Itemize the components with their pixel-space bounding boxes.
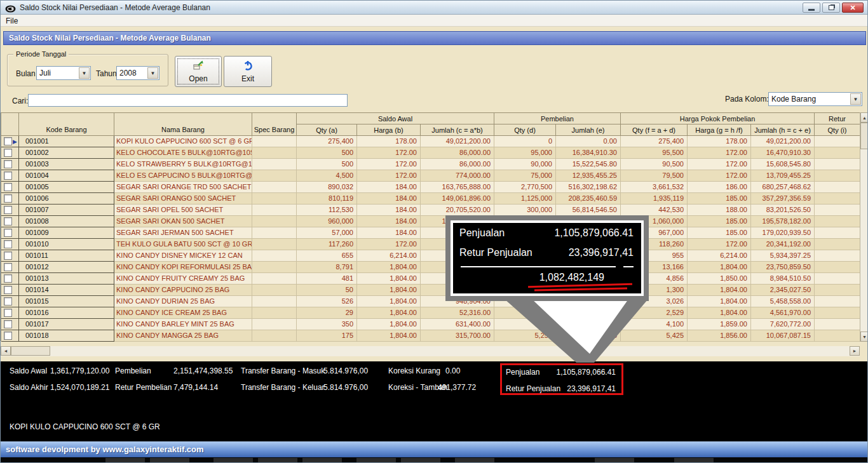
cell-hb[interactable]: 172.00 [357, 170, 421, 182]
cell-qa[interactable]: 117,260 [297, 239, 357, 250]
cell-qa[interactable]: 4,500 [297, 170, 357, 182]
cell-qi[interactable] [815, 239, 860, 250]
cell-hg[interactable]: 178.00 [688, 136, 751, 147]
row-checkbox[interactable] [4, 206, 12, 214]
cell-qd[interactable]: 300,000 [494, 205, 556, 216]
cell-hg[interactable]: 1,859.00 [688, 319, 751, 330]
cell-qi[interactable] [815, 319, 860, 330]
cell-qi[interactable] [815, 193, 860, 205]
cell-nama[interactable]: KINO CANDY ICE CREAM 25 BAG [114, 307, 252, 319]
cell-hb[interactable]: 184.00 [357, 182, 421, 193]
cell-nama[interactable]: TEH KULO GULA BATU 500 SCT @ 10 GR [114, 239, 252, 250]
cell-hg[interactable]: 1,804.00 [688, 307, 751, 319]
cell-nama[interactable]: SEGAR SARI ORANGO 500 SACHET [114, 193, 252, 205]
row-checkbox[interactable] [4, 240, 12, 248]
scroll-right-icon[interactable]: ► [850, 346, 860, 356]
cell-kode[interactable]: 001007 [19, 205, 114, 216]
cell-spec[interactable] [252, 250, 297, 262]
cell-nama[interactable]: KINO CANDY BARLEY MINT 25 BAG [114, 319, 252, 330]
cell-kode[interactable]: 001005 [19, 182, 114, 193]
cell-qi[interactable] [815, 216, 860, 227]
cell-jc[interactable]: 86,000.00 [421, 159, 494, 170]
cell-qa[interactable]: 500 [297, 147, 357, 159]
row-select-cell[interactable] [1, 262, 19, 273]
cell-jh[interactable]: 15,608,545.80 [751, 159, 815, 170]
cell-jh[interactable]: 680,257,468.62 [751, 182, 815, 193]
cell-nama[interactable]: KELO ES CAPPUCINO 5 BULK@10RTG@10SC [114, 170, 252, 182]
cell-qi[interactable] [815, 330, 860, 342]
cell-qa[interactable]: 960,000 [297, 216, 357, 227]
cell-jc[interactable]: 163,765,888.00 [421, 182, 494, 193]
open-button[interactable]: Open [175, 56, 222, 87]
cell-qa[interactable]: 526 [297, 296, 357, 307]
row-select-cell[interactable] [1, 227, 19, 239]
col-header-jc[interactable]: Jumlah (c = a*b) [421, 124, 494, 136]
row-select-cell[interactable] [1, 273, 19, 285]
cell-nama[interactable]: KINO CANDY DISNEY MICKEY 12 CAN [114, 250, 252, 262]
cell-nama[interactable]: SEGAR SARI OPEL 500 SACHET [114, 205, 252, 216]
cell-jh[interactable]: 357,297,356.59 [751, 193, 815, 205]
cell-spec[interactable] [252, 330, 297, 342]
row-select-cell[interactable] [1, 182, 19, 193]
cell-je[interactable]: 9,751,387.15 [556, 330, 621, 342]
row-select-cell[interactable] [1, 319, 19, 330]
col-header-je[interactable]: Jumlah (e) [556, 124, 621, 136]
cell-qi[interactable] [815, 307, 860, 319]
cell-jh[interactable]: 10,067,087.15 [751, 330, 815, 342]
scroll-down-icon[interactable]: ▼ [860, 332, 868, 342]
col-header-hg[interactable]: Harga (g = h /f) [688, 124, 751, 136]
cell-kode[interactable]: 001004 [19, 170, 114, 182]
cell-spec[interactable] [252, 307, 297, 319]
cell-qa[interactable]: 112,530 [297, 205, 357, 216]
cell-jh[interactable]: 8,984,510.50 [751, 273, 815, 285]
cell-spec[interactable] [252, 262, 297, 273]
cell-jc[interactable]: 49,021,200.00 [421, 136, 494, 147]
cell-nama[interactable]: KINO CANDY FRUITY CREAMY 25 BAG [114, 273, 252, 285]
pada-kolom-combobox[interactable]: Kode Barang ▼ [768, 92, 862, 106]
search-input[interactable] [28, 94, 348, 107]
cell-nama[interactable]: SEGAR SARI JERMAN 500 SACHET [114, 227, 252, 239]
row-checkbox[interactable] [4, 297, 12, 305]
cell-hg[interactable]: 185.00 [688, 216, 751, 227]
cell-hg[interactable]: 172.00 [688, 147, 751, 159]
cell-hb[interactable]: 184.00 [357, 193, 421, 205]
cell-hb[interactable]: 184.00 [357, 216, 421, 227]
cell-qa[interactable]: 8,791 [297, 262, 357, 273]
cell-nama[interactable]: SEGAR SARI OKAN 500 SACHET [114, 216, 252, 227]
cell-qa[interactable]: 275,400 [297, 136, 357, 147]
chevron-down-icon[interactable]: ▼ [79, 67, 90, 79]
cell-qf[interactable]: 5,425 [621, 330, 688, 342]
row-select-cell[interactable] [1, 205, 19, 216]
cell-je[interactable]: 4,509,654.00 [556, 307, 621, 319]
cell-kode[interactable]: 001010 [19, 239, 114, 250]
cell-jh[interactable]: 5,458,558.00 [751, 296, 815, 307]
cell-hb[interactable]: 184.00 [357, 205, 421, 216]
cell-nama[interactable]: KINO CANDY KOPI REFORMULASI 25 BAG [114, 262, 252, 273]
row-checkbox[interactable] [4, 194, 12, 203]
cell-qd[interactable]: 5,250 [494, 330, 556, 342]
row-checkbox[interactable] [4, 217, 12, 225]
cell-qd[interactable]: 1,125,000 [494, 193, 556, 205]
cell-qf[interactable]: 275,400 [621, 136, 688, 147]
cell-kode[interactable]: 001001 [19, 136, 114, 147]
cell-spec[interactable] [252, 136, 297, 147]
cell-jc[interactable]: 631,400.00 [421, 319, 494, 330]
row-select-cell[interactable] [1, 170, 19, 182]
row-select-cell[interactable] [1, 147, 19, 159]
cell-je[interactable]: 6,989,372.00 [556, 319, 621, 330]
cell-je[interactable]: 516,302,198.62 [556, 182, 621, 193]
cell-jc[interactable]: 86,000.00 [421, 147, 494, 159]
row-select-cell[interactable] [1, 216, 19, 227]
menu-file[interactable]: File [1, 15, 23, 27]
close-button[interactable]: ✕ [842, 3, 864, 13]
cell-hb[interactable]: 1,804.00 [357, 307, 421, 319]
scroll-left-icon[interactable]: ◄ [1, 346, 11, 356]
vertical-scrollbar[interactable]: ▲ ▼ [860, 112, 868, 342]
cell-qi[interactable] [815, 285, 860, 296]
cell-hb[interactable]: 1,804.00 [357, 273, 421, 285]
row-checkbox[interactable] [4, 309, 12, 317]
cell-qa[interactable]: 481 [297, 273, 357, 285]
bulan-combobox[interactable]: Juli ▼ [36, 66, 91, 80]
cell-kode[interactable]: 001016 [19, 307, 114, 319]
cell-je[interactable]: 0.00 [556, 136, 621, 147]
